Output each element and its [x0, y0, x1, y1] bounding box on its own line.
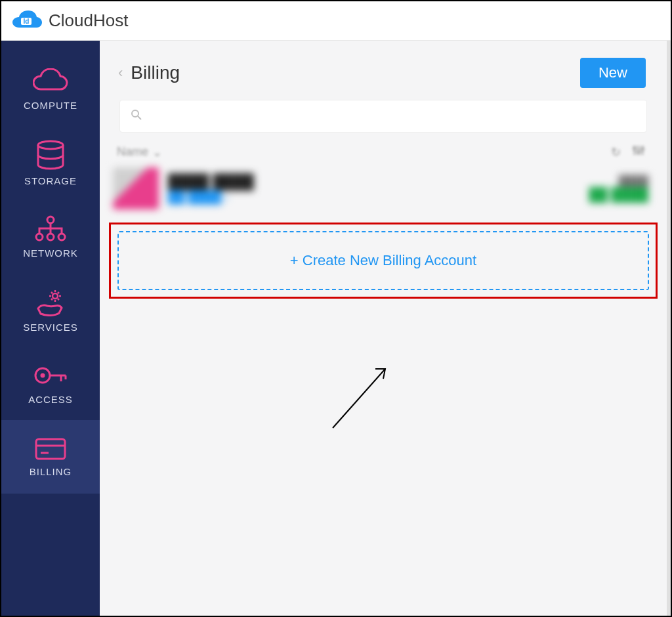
back-chevron-icon[interactable]: ‹	[118, 64, 123, 81]
refresh-icon[interactable]: ↻	[611, 145, 621, 160]
sort-column-label: Name	[117, 145, 148, 159]
main-panel: ‹ Billing New Name ⌄ ↻	[100, 41, 671, 616]
page-title: Billing	[131, 62, 180, 83]
key-icon	[33, 362, 68, 389]
svg-point-13	[132, 110, 138, 117]
svg-point-4	[36, 234, 43, 240]
create-billing-account-button[interactable]: + Create New Billing Account	[117, 231, 649, 290]
svg-point-19	[637, 151, 640, 154]
database-icon	[36, 140, 65, 170]
svg-point-5	[47, 234, 54, 240]
sidebar-item-label: STORAGE	[24, 175, 77, 186]
settings-sliders-icon[interactable]	[633, 144, 644, 160]
svg-point-3	[47, 217, 54, 223]
sidebar-item-label: BILLING	[30, 466, 72, 477]
search-icon	[131, 109, 142, 124]
topbar: Id CloudHost	[1, 1, 671, 41]
sidebar-item-label: NETWORK	[23, 247, 78, 259]
brand-logo: Id CloudHost	[12, 9, 128, 33]
svg-line-21	[333, 369, 385, 428]
svg-text:Id: Id	[24, 18, 30, 25]
page-header: ‹ Billing New	[100, 41, 667, 93]
account-amount: ██ ████	[589, 187, 648, 202]
sidebar-item-storage[interactable]: STORAGE	[1, 126, 100, 200]
account-name: ████ ████	[168, 173, 589, 190]
svg-line-14	[138, 116, 141, 119]
gear-hand-icon	[34, 287, 67, 316]
network-icon	[34, 215, 67, 242]
sort-column[interactable]: Name ⌄	[117, 145, 162, 160]
cloud-logo-icon: Id	[12, 9, 43, 33]
sidebar-item-billing[interactable]: BILLING	[1, 420, 100, 494]
sidebar-item-label: COMPUTE	[24, 100, 77, 111]
account-avatar	[113, 167, 159, 209]
account-status: ████	[589, 175, 648, 187]
sidebar-item-compute[interactable]: COMPUTE	[1, 53, 100, 126]
brand-name: CloudHost	[49, 11, 128, 31]
sidebar: COMPUTE STORAGE NETWORK	[1, 41, 100, 616]
svg-point-7	[52, 293, 58, 299]
new-button[interactable]: New	[580, 58, 646, 88]
sidebar-item-network[interactable]: NETWORK	[1, 200, 100, 273]
table-header: Name ⌄ ↻	[100, 138, 667, 163]
svg-point-6	[58, 234, 65, 240]
chevron-down-icon: ⌄	[152, 145, 162, 160]
svg-point-9	[41, 373, 45, 377]
table-row[interactable]: ████ ████ ██ ████ › ████ ██ ████	[100, 163, 667, 219]
svg-point-2	[38, 141, 63, 149]
account-subtext: ██ ████ ›	[168, 190, 589, 204]
sidebar-item-services[interactable]: SERVICES	[1, 273, 100, 347]
sidebar-item-access[interactable]: ACCESS	[1, 347, 100, 420]
sidebar-item-label: ACCESS	[28, 394, 73, 405]
svg-point-20	[641, 148, 644, 150]
cloud-icon	[33, 68, 68, 95]
svg-point-18	[633, 147, 636, 150]
svg-rect-10	[36, 439, 65, 459]
card-icon	[34, 437, 67, 461]
annotation-arrow	[323, 356, 402, 435]
sidebar-item-label: SERVICES	[23, 322, 78, 333]
search-input[interactable]	[119, 100, 647, 133]
annotation-highlight: + Create New Billing Account	[109, 223, 658, 299]
